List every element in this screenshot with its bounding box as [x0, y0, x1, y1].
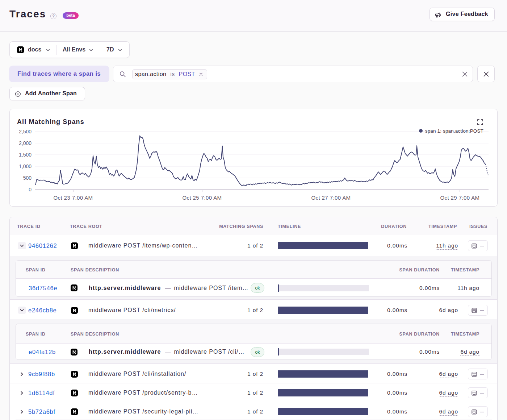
svg-text:1,500: 1,500 — [19, 152, 32, 158]
svg-text:Oct 29 7:00 AM: Oct 29 7:00 AM — [440, 195, 480, 201]
svg-text:2,500: 2,500 — [19, 129, 32, 134]
svg-text:Oct 25 7:00 AM: Oct 25 7:00 AM — [183, 195, 222, 201]
svg-text:1,000: 1,000 — [19, 163, 32, 169]
svg-text:0: 0 — [29, 187, 32, 192]
svg-text:Oct 23 7:00 AM: Oct 23 7:00 AM — [54, 195, 93, 201]
svg-text:Oct 27 7:00 AM: Oct 27 7:00 AM — [311, 195, 351, 201]
svg-text:500: 500 — [23, 175, 32, 181]
svg-text:2,000: 2,000 — [19, 140, 32, 146]
